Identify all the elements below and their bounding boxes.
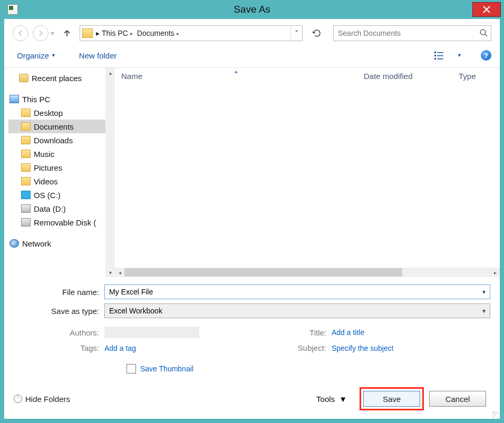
computer-icon — [9, 95, 19, 103]
organize-label: Organize — [17, 51, 49, 60]
tree-music[interactable]: Music — [8, 147, 115, 161]
refresh-button[interactable] — [309, 25, 325, 41]
chevron-right-icon: ▸ — [96, 29, 100, 37]
chevron-down-icon[interactable]: ▼ — [481, 289, 487, 295]
saveastype-combobox[interactable]: ▼ — [104, 303, 490, 318]
svg-rect-2 — [437, 52, 443, 53]
search-input[interactable] — [337, 28, 479, 38]
drive-icon — [21, 204, 31, 213]
scroll-down-button[interactable]: ▾ — [105, 268, 115, 277]
metadata-grid: Authors: Title: Add a title Tags: Add a … — [14, 327, 490, 352]
nav-back-button[interactable] — [13, 25, 28, 41]
tags-field[interactable]: Add a tag — [104, 344, 263, 352]
folder-icon — [21, 136, 31, 144]
subject-label: Subject: — [263, 343, 332, 352]
tree-item-label: Downloads — [34, 136, 73, 145]
svg-rect-5 — [434, 58, 436, 60]
scroll-left-button[interactable]: ◂ — [115, 270, 124, 276]
saveastype-input[interactable] — [108, 306, 481, 316]
window-title: Save As — [0, 4, 504, 15]
scrollbar-thumb[interactable] — [124, 268, 402, 277]
main-area: Recent places This PC Desktop — [4, 67, 500, 277]
column-label: Type — [459, 72, 476, 81]
save-thumbnail-row: Save Thumbnail — [127, 364, 490, 373]
scroll-up-button[interactable]: ▴ — [105, 68, 115, 77]
tools-button[interactable]: Tools ▼ — [316, 395, 347, 404]
nav-up-button[interactable] — [61, 27, 73, 40]
save-button[interactable]: Save — [363, 391, 420, 407]
tree-scrollbar[interactable]: ▴ ▾ — [105, 68, 115, 277]
column-label: Name — [121, 72, 142, 81]
tree-removable-disk[interactable]: Removable Disk ( — [8, 215, 115, 229]
column-date-modified[interactable]: Date modified — [357, 72, 452, 81]
search-icon[interactable] — [479, 28, 488, 38]
tree-data-d[interactable]: Data (D:) — [8, 202, 115, 215]
authors-field[interactable] — [104, 327, 199, 338]
tree-documents[interactable]: Documents — [8, 120, 115, 133]
address-dropdown-button[interactable]: ˅ — [290, 26, 302, 41]
help-button[interactable]: ? — [481, 50, 491, 61]
window-close-button[interactable] — [472, 2, 501, 17]
save-as-dialog: ▾ ▸ This PC ▸ Documents ▸ ˅ — [4, 19, 500, 419]
folder-icon — [21, 163, 31, 172]
tree-recent-places[interactable]: Recent places — [6, 71, 115, 85]
folder-icon — [21, 122, 31, 131]
tree-item-label: Pictures — [34, 163, 62, 172]
tree-desktop[interactable]: Desktop — [8, 106, 115, 120]
arrow-up-icon — [63, 29, 71, 37]
saveastype-label: Save as type: — [14, 307, 104, 316]
recent-locations-dropdown[interactable]: ▾ — [51, 29, 54, 37]
tree-pictures[interactable]: Pictures — [8, 161, 115, 174]
tree-item-label: Removable Disk ( — [34, 218, 96, 227]
list-horizontal-scrollbar[interactable]: ◂ ▸ — [115, 268, 500, 277]
chevron-down-icon[interactable]: ▼ — [481, 308, 487, 314]
breadcrumb-this-pc[interactable]: This PC ▸ — [100, 26, 135, 41]
view-options-dropdown[interactable]: ▼ — [455, 51, 464, 60]
tree-item-label: OS (C:) — [34, 191, 61, 200]
title-label: Title: — [263, 328, 332, 337]
organize-button[interactable]: Organize ▼ — [17, 51, 56, 60]
column-label: Date modified — [364, 72, 413, 81]
tree-videos[interactable]: Videos — [8, 174, 115, 188]
column-name[interactable]: Name ▲ — [115, 72, 357, 81]
nav-row: ▾ ▸ This PC ▸ Documents ▸ ˅ — [4, 19, 500, 45]
close-icon — [483, 6, 490, 13]
file-list-pane: Name ▲ Date modified Type ◂ ▸ — [115, 68, 500, 277]
windows-drive-icon — [21, 191, 31, 199]
resize-gripper-icon[interactable] — [492, 411, 499, 418]
scroll-right-button[interactable]: ▸ — [490, 270, 500, 276]
tree-downloads[interactable]: Downloads — [8, 133, 115, 147]
search-box[interactable] — [333, 25, 491, 41]
column-type[interactable]: Type — [452, 72, 500, 81]
view-options-button[interactable] — [432, 48, 447, 62]
tree-item-label: Network — [22, 239, 51, 248]
save-thumbnail-checkbox[interactable] — [127, 364, 136, 373]
folder-tree: Recent places This PC Desktop — [4, 68, 115, 277]
new-folder-button[interactable]: New folder — [79, 51, 117, 60]
tree-this-pc[interactable]: This PC — [6, 92, 115, 106]
nav-forward-button[interactable] — [33, 25, 49, 41]
title-field[interactable]: Add a title — [332, 328, 490, 337]
hide-folders-label: Hide Folders — [25, 395, 70, 404]
save-button-highlight: Save — [360, 387, 424, 410]
tree-os-c[interactable]: OS (C:) — [8, 188, 115, 202]
arrow-left-icon — [17, 29, 24, 37]
filename-input[interactable] — [108, 287, 481, 297]
tree-item-label: Recent places — [32, 74, 82, 83]
breadcrumb-label: This PC — [102, 29, 128, 37]
hide-folders-button[interactable]: ˄ Hide Folders — [14, 395, 70, 404]
subject-field[interactable]: Specify the subject — [332, 344, 490, 352]
folder-icon — [21, 150, 31, 158]
cancel-button[interactable]: Cancel — [429, 391, 486, 407]
folder-icon — [21, 177, 31, 185]
svg-rect-4 — [437, 55, 443, 56]
breadcrumb-documents[interactable]: Documents ▸ — [135, 26, 181, 41]
titlebar: Save As — [0, 0, 504, 19]
file-list[interactable] — [115, 84, 500, 268]
tree-network[interactable]: Network — [6, 237, 115, 250]
address-breadcrumb[interactable]: ▸ This PC ▸ Documents ▸ ˅ — [80, 25, 303, 41]
save-thumbnail-label[interactable]: Save Thumbnail — [140, 365, 193, 373]
network-icon — [9, 239, 19, 248]
tree-item-label: Desktop — [34, 109, 63, 117]
filename-combobox[interactable]: ▼ — [104, 284, 490, 299]
